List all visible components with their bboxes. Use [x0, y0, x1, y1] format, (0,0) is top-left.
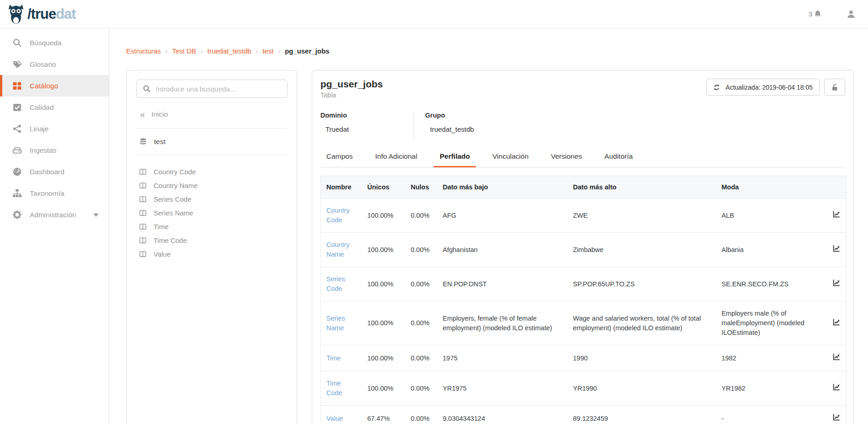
cell-unicos: 100.00% — [362, 199, 405, 233]
cell-chart — [824, 371, 847, 406]
cell-alto: SP.POP.65UP.TO.ZS — [568, 267, 716, 301]
divider — [136, 128, 288, 129]
column-header-nombre: Nombre — [321, 176, 362, 199]
cell-alto: 89.1232459 — [568, 406, 716, 424]
column-header-moda: Moda — [716, 176, 824, 199]
grupo-label: Grupo — [425, 112, 474, 119]
table-row: Time100.00%0.00%197519901982 — [321, 345, 847, 371]
sidebar-item-calidad[interactable]: Calidad — [0, 97, 109, 118]
tab-vinculacion[interactable]: Vinculación — [486, 148, 534, 167]
field-link-series-name[interactable]: Series Name — [326, 315, 345, 332]
page: /truedat 3 BúsquedaGlosarioCatálog — [0, 0, 868, 424]
chart-line-icon[interactable] — [832, 353, 841, 361]
sidebar-item-linaje[interactable]: Linaje — [0, 118, 109, 140]
notification-count: 3 — [809, 10, 812, 18]
sidebar-item-busqueda[interactable]: Búsqueda — [0, 32, 109, 54]
field-link-series-code[interactable]: Series Code — [326, 275, 345, 292]
breadcrumb-current: pg_user_jobs — [285, 47, 330, 55]
sidebar-item-label: Calidad — [30, 103, 54, 112]
updated-label: Actualizada: 2019-06-04 18:05 — [725, 84, 813, 91]
tree-back-inicio[interactable]: « Inicio — [140, 110, 288, 119]
breadcrumb-separator: › — [278, 48, 280, 55]
sidebar-item-glosario[interactable]: Glosario — [0, 54, 109, 75]
cell-unicos: 100.00% — [362, 301, 405, 345]
field-link-time-code[interactable]: Time Code — [326, 380, 342, 397]
breadcrumb-link-estructuras[interactable]: Estructuras — [126, 47, 161, 55]
notifications-button[interactable]: 3 — [809, 10, 822, 19]
cell-nulos: 0.00% — [405, 345, 437, 371]
refresh-updated-button[interactable]: Actualizada: 2019-06-04 18:05 — [706, 79, 820, 96]
tree-item-time-code[interactable]: Time Code — [139, 233, 288, 247]
chart-line-icon[interactable] — [832, 210, 841, 218]
sidebar-item-dashboard[interactable]: Dashboard — [0, 161, 109, 182]
cell-bajo: Employers, female (% of female employmen… — [437, 301, 568, 345]
tab-campos[interactable]: Campos — [320, 148, 359, 167]
sidebar-item-label: Catálogo — [30, 82, 58, 90]
tab-info-adicional[interactable]: Info Adicional — [369, 148, 423, 167]
field-link-time[interactable]: Time — [326, 354, 341, 362]
check-square-icon — [12, 102, 22, 112]
field-link-country-code[interactable]: Country Code — [326, 207, 350, 224]
tree-item-country-code[interactable]: Country Code — [139, 165, 288, 178]
owl-logo-icon — [6, 4, 26, 24]
cell-bajo: Afghanistan — [437, 233, 568, 267]
sidebar-item-taxonomia[interactable]: Taxonomía — [0, 182, 109, 204]
tree-item-time[interactable]: Time — [139, 220, 288, 233]
tree-item-series-name[interactable]: Series Name — [139, 206, 288, 220]
structure-detail-panel: pg_user_jobs Tabla Actualizada: 2019-06-… — [312, 70, 854, 424]
cell-moda: 1982 — [716, 345, 824, 371]
sidebar-item-catalogo[interactable]: Catálogo — [0, 75, 109, 97]
table-row: Value67.47%0.00%9.030434312489.1232459- — [321, 406, 847, 424]
breadcrumb-link-test-db[interactable]: Test DB — [172, 47, 197, 55]
cell-alto: Wage and salaried workers, total (% of t… — [568, 301, 716, 345]
cell-nulos: 0.00% — [405, 371, 437, 406]
tree-item-label: Value — [154, 250, 170, 258]
cell-chart — [824, 345, 847, 371]
sidebar-item-ingestas[interactable]: Ingestas — [0, 140, 109, 161]
cell-bajo: EN.POP.DNST — [437, 267, 568, 301]
cell-nulos: 0.00% — [405, 233, 437, 267]
cell-chart — [824, 301, 847, 345]
tree-item-series-code[interactable]: Series Code — [139, 192, 288, 206]
breadcrumb-link-truedat-testdb[interactable]: truedat_testdb — [208, 47, 251, 55]
domain-group-section: Dominio Truedat Grupo truedat_testdb — [320, 112, 845, 140]
tree-item-test[interactable]: test — [139, 138, 288, 146]
cell-alto: Zimbabwe — [568, 233, 716, 267]
columns-icon — [139, 250, 147, 258]
cell-alto: YR1990 — [568, 371, 716, 406]
tree-item-country-name[interactable]: Country Name — [139, 178, 288, 192]
chart-line-icon[interactable] — [832, 318, 841, 326]
tree-item-value[interactable]: Value — [139, 247, 288, 261]
cell-unicos: 100.00% — [362, 267, 405, 301]
tree-item-label: Country Code — [154, 168, 196, 176]
cell-unicos: 100.00% — [362, 233, 405, 267]
cell-moda: YR1982 — [716, 371, 824, 406]
cell-moda: ALB — [716, 199, 824, 233]
breadcrumb-link-test[interactable]: test — [262, 47, 273, 55]
field-link-value[interactable]: Value — [326, 415, 343, 422]
hdd-icon — [12, 145, 22, 155]
top-bar: /truedat 3 — [0, 0, 868, 28]
columns-icon — [139, 236, 147, 244]
column-header-chart — [824, 176, 847, 199]
chart-line-icon[interactable] — [832, 413, 841, 421]
user-icon[interactable] — [846, 9, 856, 19]
truedat-logo[interactable]: /truedat — [6, 4, 76, 24]
page-title: pg_user_jobs — [320, 79, 383, 90]
tab-auditoria[interactable]: Auditoría — [598, 148, 639, 167]
cell-name: Series Name — [321, 301, 362, 345]
sidebar-item-administracion[interactable]: Administración — [0, 204, 109, 225]
tab-versiones[interactable]: Versiones — [545, 148, 588, 167]
chart-line-icon[interactable] — [832, 244, 841, 252]
chart-line-icon[interactable] — [832, 383, 841, 391]
unlock-button[interactable] — [824, 79, 845, 96]
cell-nulos: 0.00% — [405, 199, 437, 233]
chart-line-icon[interactable] — [832, 279, 841, 287]
tree-search-input[interactable] — [137, 80, 287, 97]
field-link-country-name[interactable]: Country Name — [326, 241, 350, 258]
tree-item-label: Series Code — [154, 195, 192, 203]
table-header-row: NombreÚnicosNulosDato más bajoDato más a… — [321, 176, 847, 199]
structure-type: Tabla — [320, 91, 383, 99]
cell-bajo: YR1975 — [437, 371, 568, 406]
tab-perfilado[interactable]: Perfilado — [434, 148, 476, 167]
